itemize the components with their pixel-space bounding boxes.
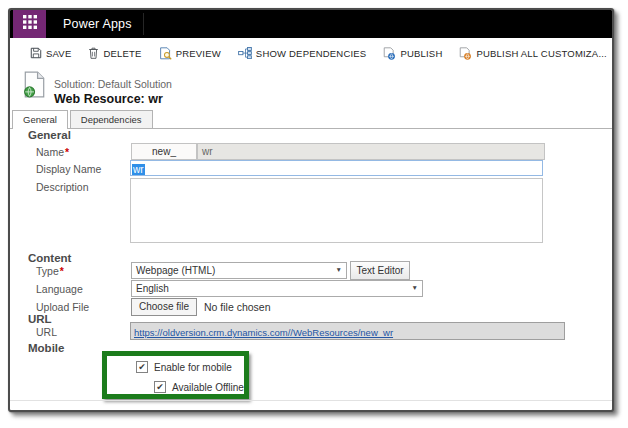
description-input[interactable] [130,178,543,243]
section-heading-url: URL [28,313,52,325]
delete-button[interactable]: DELETE [88,47,141,59]
preview-icon [159,47,172,60]
name-prefix-field[interactable]: new_ [131,143,197,160]
web-resource-icon [22,71,47,102]
text-editor-button[interactable]: Text Editor [350,261,410,280]
save-button[interactable]: SAVE [30,47,71,59]
required-marker: * [60,265,64,277]
delete-icon [88,47,99,59]
app-window: Power Apps SAVE DELETE PREVIEW SHO [8,8,614,412]
publish-icon [383,47,396,60]
choose-file-button[interactable]: Choose file [131,298,197,316]
type-select[interactable]: Webpage (HTML) ▼ [131,262,347,279]
available-offline-row: ✔ Available Offline [154,381,244,393]
enable-for-mobile-label: Enable for mobile [154,362,232,373]
waffle-icon [23,15,37,33]
url-label: URL [36,326,57,338]
name-input[interactable]: wr [197,143,545,160]
required-marker: * [65,146,69,158]
display-name-input[interactable]: wr [130,160,543,176]
top-navigation-bar: Power Apps [10,10,612,38]
tab-dependencies[interactable]: Dependencies [70,110,153,128]
show-dependencies-button[interactable]: SHOW DEPENDENCIES [238,47,367,59]
publish-all-icon [459,47,472,60]
bottom-divider [10,400,612,401]
available-offline-label: Available Offline [172,382,244,393]
solution-breadcrumb: Solution: Default Solution [54,78,172,90]
section-heading-general: General [28,129,71,141]
app-launcher-button[interactable] [13,10,46,38]
type-label: Type* [36,265,64,277]
display-name-label: Display Name [36,163,101,175]
preview-button[interactable]: PREVIEW [159,47,221,60]
selected-text: wr [132,164,145,175]
command-toolbar: SAVE DELETE PREVIEW SHOW DEPENDENCIES PU… [10,38,612,68]
enable-for-mobile-checkbox[interactable]: ✔ [136,361,148,373]
chevron-down-icon: ▼ [412,285,418,292]
language-label: Language [36,283,83,295]
app-name[interactable]: Power Apps [63,17,132,31]
enable-for-mobile-row: ✔ Enable for mobile [136,361,232,373]
section-heading-mobile: Mobile [28,342,64,354]
upload-file-label: Upload File [36,301,89,313]
tab-general[interactable]: General [12,110,68,129]
available-offline-checkbox[interactable]: ✔ [154,381,166,393]
publish-all-customizations-button[interactable]: PUBLISH ALL CUSTOMIZA... [459,47,606,60]
save-icon [30,47,42,59]
language-select[interactable]: English ▼ [131,280,423,297]
name-label: Name* [36,146,69,158]
description-label: Description [36,181,89,193]
file-status-text: No file chosen [204,301,271,313]
section-heading-content: Content [28,252,71,264]
publish-button[interactable]: PUBLISH [383,47,442,60]
topbar-divider [143,13,144,35]
tab-bar: General Dependencies [10,109,612,129]
record-header: Solution: Default Solution Web Resource:… [10,68,612,109]
url-field: https://oldversion.crm.dynamics.com//Web… [130,322,565,340]
page-title: Web Resource: wr [54,92,163,106]
web-resource-url-link[interactable]: https://oldversion.crm.dynamics.com//Web… [134,327,393,338]
chevron-down-icon: ▼ [336,267,342,274]
show-dependencies-icon [238,47,252,59]
